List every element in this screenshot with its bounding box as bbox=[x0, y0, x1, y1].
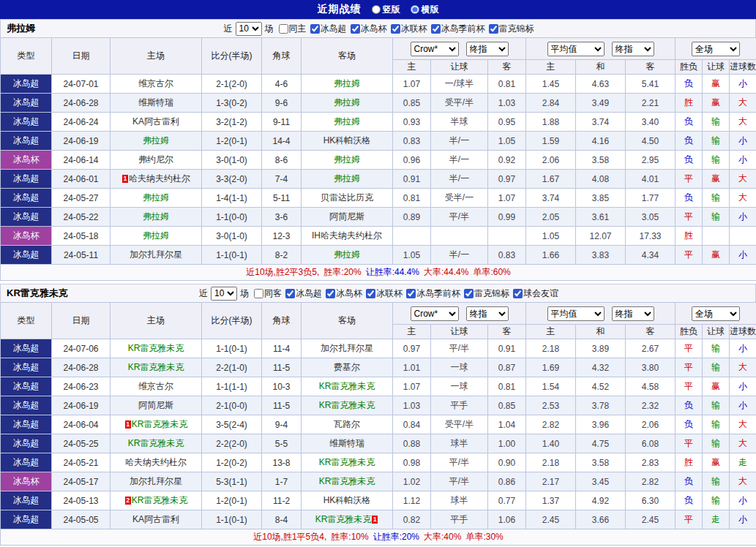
team-name: 弗拉姆 bbox=[7, 22, 35, 35]
competition-label: 雷克锦标 bbox=[499, 23, 534, 35]
column-header: 比分(半场) bbox=[202, 303, 262, 339]
summary-segment: 单率:30% bbox=[465, 532, 503, 542]
euro-home-odds: 1.45 bbox=[526, 75, 576, 94]
competition-checkbox[interactable] bbox=[310, 24, 320, 34]
vertical-layout-radio[interactable] bbox=[372, 5, 381, 14]
competition-checkbox[interactable] bbox=[513, 289, 523, 298]
result-handicap: 输 bbox=[703, 472, 730, 491]
competition-filter[interactable]: 雷克锦标 bbox=[489, 23, 534, 35]
same-venue-checkbox[interactable] bbox=[279, 24, 288, 34]
team-link: 维斯特瑞 bbox=[329, 438, 364, 448]
away-team-cell: 维斯特瑞 bbox=[302, 434, 393, 453]
euro-draw-odds: 3.58 bbox=[576, 151, 626, 170]
competition-filter[interactable]: 冰岛季前杯 bbox=[431, 23, 485, 35]
match-count-select[interactable]: 10 bbox=[211, 287, 237, 301]
competition-checkbox[interactable] bbox=[464, 289, 474, 298]
corners-cell: 9-6 bbox=[262, 94, 302, 113]
competition-cell: 冰岛超 bbox=[1, 75, 52, 94]
page-title: 近期战绩 bbox=[318, 3, 362, 16]
result-goals: 小 bbox=[730, 132, 756, 151]
date-cell: 24-06-19 bbox=[52, 396, 111, 415]
euro-odds-type-select[interactable]: 平均值 bbox=[547, 42, 605, 56]
same-venue-checkbox[interactable] bbox=[254, 289, 263, 298]
asian-away-odds: 0.86 bbox=[488, 472, 526, 491]
competition-checkbox[interactable] bbox=[326, 289, 335, 298]
euro-odds-type-select[interactable]: 平均值 bbox=[547, 306, 605, 321]
euro-odds-time-select[interactable]: 终指 bbox=[612, 42, 654, 56]
competition-checkbox[interactable] bbox=[489, 24, 498, 34]
layout-option-vertical[interactable]: 竖版 bbox=[372, 4, 400, 16]
euro-odds-time-select[interactable]: 终指 bbox=[612, 306, 654, 321]
date-cell: 24-06-19 bbox=[52, 132, 111, 151]
competition-filter[interactable]: 冰岛季前杯 bbox=[406, 287, 460, 300]
competition-cell: 冰岛超 bbox=[1, 434, 52, 453]
euro-away-odds: 3.80 bbox=[626, 358, 675, 377]
odds-company-select[interactable]: Crow* bbox=[411, 306, 459, 321]
euro-home-odds: 1.69 bbox=[526, 358, 576, 377]
red-card-badge: 1 bbox=[122, 175, 128, 183]
asian-odds-time-select[interactable]: 终指 bbox=[466, 42, 509, 56]
scope-select[interactable]: 全场 bbox=[692, 42, 740, 56]
column-header: 主场 bbox=[111, 38, 202, 75]
competition-cell: 冰岛超 bbox=[1, 94, 52, 113]
asian-home-odds: 0.84 bbox=[393, 415, 431, 434]
match-row: 冰岛超24-06-28维斯特瑞1-3(0-2)9-6弗拉姆0.85受平/半1.0… bbox=[1, 94, 756, 113]
competition-filter[interactable]: 冰岛超 bbox=[310, 23, 347, 35]
euro-home-odds: 1.37 bbox=[526, 491, 576, 510]
euro-draw-odds: 4.63 bbox=[576, 75, 626, 94]
date-cell: 24-07-06 bbox=[52, 339, 111, 358]
asian-odds-time-select[interactable]: 终指 bbox=[466, 306, 509, 321]
competition-checkbox[interactable] bbox=[431, 24, 441, 34]
horizontal-layout-radio[interactable] bbox=[411, 5, 419, 14]
asian-home-odds: 0.81 bbox=[393, 189, 431, 208]
same-venue-filter[interactable]: 同客 bbox=[254, 287, 282, 300]
euro-away-odds: 2.21 bbox=[626, 94, 675, 113]
team-name: KR雷克雅未克 bbox=[7, 287, 68, 300]
euro-draw-odds: 4.92 bbox=[576, 491, 626, 510]
euro-draw-odds: 3.85 bbox=[576, 189, 626, 208]
euro-home-odds: 2.18 bbox=[526, 453, 576, 472]
scope-select[interactable]: 全场 bbox=[692, 306, 740, 321]
summary-segment: 让胜率:44.4% bbox=[366, 267, 419, 277]
result-handicap: 输 bbox=[703, 339, 730, 358]
layout-option-horizontal[interactable]: 横版 bbox=[411, 4, 439, 16]
team-link: 弗拉姆 bbox=[143, 230, 169, 241]
euro-draw-odds: 3.45 bbox=[576, 472, 626, 491]
asian-away-odds: 1.05 bbox=[488, 132, 526, 151]
date-cell: 24-06-14 bbox=[52, 151, 111, 170]
home-team-cell: 维斯特瑞 bbox=[111, 94, 202, 113]
home-team-cell: KA阿古雷利 bbox=[111, 510, 202, 529]
competition-filter[interactable]: 冰联杯 bbox=[391, 23, 427, 35]
competition-filter[interactable]: 冰岛杯 bbox=[351, 23, 387, 35]
competition-checkbox[interactable] bbox=[366, 289, 375, 298]
match-count-select[interactable]: 10 bbox=[236, 22, 262, 36]
asian-away-odds: 1.03 bbox=[488, 94, 526, 113]
result-outcome: 负 bbox=[675, 151, 703, 170]
competition-checkbox[interactable] bbox=[406, 289, 416, 298]
asian-handicap: 半/一 bbox=[431, 170, 488, 189]
match-row: 冰岛超24-06-23维京古尔1-1(1-1)10-3KR雷克雅未克1.07一球… bbox=[1, 377, 756, 396]
competition-checkbox[interactable] bbox=[285, 289, 295, 298]
asian-odds-header: Crow*终指 bbox=[393, 303, 526, 325]
competition-filter[interactable]: 球会友谊 bbox=[513, 287, 558, 300]
euro-home-odds: 2.45 bbox=[526, 510, 576, 529]
competition-filter[interactable]: 冰岛超 bbox=[285, 287, 322, 300]
result-goals: 小 bbox=[730, 396, 756, 415]
competition-filter[interactable]: 雷克锦标 bbox=[464, 287, 509, 300]
asian-away-odds: 0.83 bbox=[488, 246, 526, 265]
competition-filter[interactable]: 冰岛杯 bbox=[326, 287, 362, 300]
competition-filter[interactable]: 冰联杯 bbox=[366, 287, 403, 300]
score-cell: 2-2(1-0) bbox=[202, 358, 262, 377]
competition-checkbox[interactable] bbox=[391, 24, 400, 34]
odds-company-select[interactable]: Crow* bbox=[411, 42, 459, 56]
corners-cell: 14-4 bbox=[262, 132, 302, 151]
home-team-cell: 维京古尔 bbox=[111, 75, 202, 94]
same-venue-filter[interactable]: 同主 bbox=[279, 23, 307, 35]
sub-column-header: 和 bbox=[576, 60, 626, 75]
euro-odds-header: 平均值终指 bbox=[526, 303, 675, 325]
competition-checkbox[interactable] bbox=[351, 24, 360, 34]
team-link: HK科帕沃格 bbox=[323, 495, 371, 505]
euro-away-odds: 6.08 bbox=[626, 434, 675, 453]
column-header: 主场 bbox=[111, 303, 202, 339]
away-team-cell: 弗拉姆 bbox=[302, 151, 393, 170]
